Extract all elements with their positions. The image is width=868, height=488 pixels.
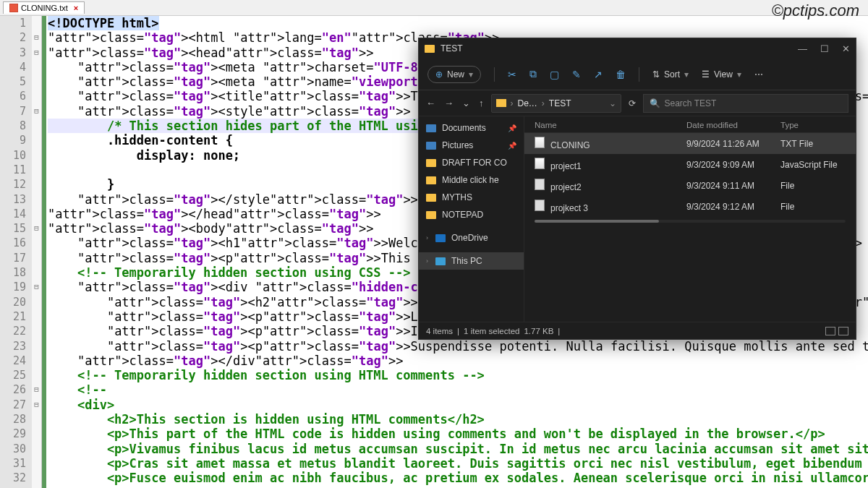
title-bar[interactable]: TEST — ☐ ✕ (419, 38, 856, 59)
search-box[interactable]: 🔍 Search TEST (643, 94, 849, 113)
back-button[interactable]: ← (426, 98, 435, 108)
thumbnails-view-icon[interactable] (838, 327, 848, 335)
close-button[interactable]: ✕ (842, 43, 850, 54)
close-tab-icon[interactable]: × (74, 4, 78, 12)
file-row[interactable]: project19/3/2024 9:09 AMJavaScript File (524, 154, 856, 175)
cut-icon[interactable]: ✂ (508, 69, 516, 80)
watermark: ©pctips.com (772, 1, 859, 20)
sidebar-item[interactable]: Documents📌 (419, 119, 524, 137)
tab-filename: CLONING.txt (21, 4, 68, 12)
sidebar-item[interactable]: DRAFT FOR CO (419, 154, 524, 171)
forward-button[interactable]: → (444, 98, 454, 108)
share-icon[interactable]: ↗ (594, 69, 603, 80)
file-row[interactable]: projkect 39/3/2024 9:12 AMFile (524, 196, 856, 217)
folder-icon (496, 99, 506, 107)
sidebar-item[interactable]: MYTHS (419, 189, 524, 206)
sidebar-onedrive[interactable]: ›OneDrive (419, 229, 524, 247)
column-headers[interactable]: Name Date modified Type (524, 116, 856, 133)
sidebar-item[interactable]: Middle click he (419, 171, 524, 189)
delete-icon[interactable]: 🗑 (616, 69, 626, 80)
address-bar[interactable]: › De… › TEST ⌄ (491, 94, 621, 113)
horizontal-scrollbar[interactable] (535, 220, 846, 224)
file-row[interactable]: project29/3/2024 9:11 AMFile (524, 175, 856, 196)
file-type-icon (9, 4, 18, 12)
search-icon: 🔍 (650, 98, 660, 108)
more-button[interactable]: ⋯ (754, 69, 763, 80)
maximize-button[interactable]: ☐ (820, 43, 829, 54)
status-bar: 4 items| 1 item selected 1.77 KB| (419, 322, 856, 339)
copy-icon[interactable]: ⧉ (529, 68, 537, 80)
editor-tab-bar: CLONING.txt × (0, 0, 868, 16)
sidebar[interactable]: Documents📌Pictures📌DRAFT FOR COMiddle cl… (419, 116, 524, 322)
file-row[interactable]: CLONING9/9/2024 11:26 AMTXT File (524, 133, 856, 154)
nav-row: ← → ⌄ ↑ › De… › TEST ⌄ ⟳ 🔍 Search TEST (419, 90, 856, 116)
new-button[interactable]: ⊕ New ▾ (427, 66, 481, 83)
file-explorer-window[interactable]: TEST — ☐ ✕ ⊕ New ▾ ✂ ⧉ ▢ ✎ ↗ 🗑 ⇅Sort▾ ☰V… (418, 38, 856, 340)
window-title: TEST (441, 43, 463, 53)
refresh-button[interactable]: ⟳ (629, 98, 636, 108)
folder-icon (425, 45, 435, 53)
file-list[interactable]: Name Date modified Type CLONING9/9/2024 … (524, 116, 856, 322)
details-view-icon[interactable] (825, 327, 835, 335)
line-number-gutter: 1234567891011121314151617181920212223242… (0, 16, 32, 488)
file-tab[interactable]: CLONING.txt × (3, 1, 85, 14)
minimize-button[interactable]: — (798, 43, 807, 54)
fold-column[interactable]: ⊟⊟⊟⊟⊟⊟⊟ (32, 16, 42, 488)
rename-icon[interactable]: ✎ (572, 69, 581, 80)
recent-button[interactable]: ⌄ (462, 98, 470, 108)
sort-button[interactable]: ⇅Sort▾ (652, 69, 689, 80)
up-button[interactable]: ↑ (479, 98, 484, 108)
sidebar-item[interactable]: Pictures📌 (419, 137, 524, 154)
view-button[interactable]: ☰View▾ (702, 69, 741, 80)
sidebar-this-pc[interactable]: ›This PC (419, 252, 524, 270)
paste-icon[interactable]: ▢ (550, 69, 559, 80)
toolbar: ⊕ New ▾ ✂ ⧉ ▢ ✎ ↗ 🗑 ⇅Sort▾ ☰View▾ ⋯ (419, 59, 856, 90)
sidebar-item[interactable]: NOTEPAD (419, 206, 524, 223)
